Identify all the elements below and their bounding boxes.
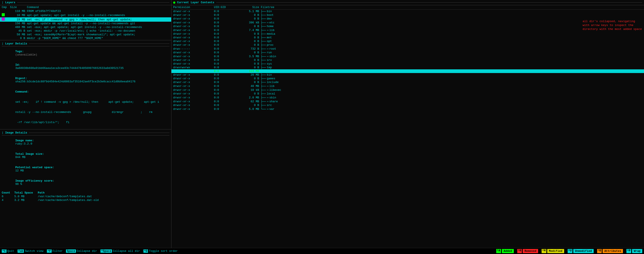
file-name-text: lib [269,84,274,88]
file-name-text: media [267,32,275,35]
file-uid: 0:0 [214,81,236,84]
status-label: Switch view [25,250,44,253]
file-name: ├── usr [261,70,642,73]
file-tree-row[interactable]: drwxr-xr-x0:00 B├── media [172,32,644,36]
file-uid: 0:0 [214,40,236,43]
layer-row[interactable]: 19 MBset -ex; if ! command -v gpg > /dev… [0,17,171,22]
right-panel-header: Current Layer Contents [172,0,644,5]
file-permission: drwxr-xr-x [173,73,212,76]
file-tree-row[interactable]: drwxr-xr-x0:00 B├── mnt [172,36,644,39]
file-tree-row[interactable]: drwx------0:0732 B├── ⇒ root [172,47,644,51]
col-size: Size [10,6,25,9]
file-uid: 0:0 [214,58,236,62]
file-name: ├── media [261,32,642,35]
file-tree-row[interactable]: drwxr-xr-x0:040 MB├── ⇒ lib [172,84,644,88]
file-permission: drwxrwxrwx [173,66,212,69]
layer-row[interactable]: 10 MBapt-get update; apt-get install -y … [0,13,171,17]
link-arrow-icon: ⇒ [267,55,268,58]
file-tree-row[interactable]: drwxr-xr-x0:00 B├── home [172,24,644,28]
tree-connector: ├── [261,73,266,76]
file-size: 123 MB [238,70,259,73]
file-name: ├── bin [261,10,642,13]
waste-space: 3.2 MB [14,199,36,202]
file-tree-row[interactable]: drwxr-xr-x0:00 B├── srv [172,58,644,62]
file-tree-row[interactable]: drwxr-xr-x0:00 B├── include [172,80,644,84]
col-cmp: Cmp [2,6,8,9]
status-bar: ^CQuitTabSwitch view^FFilterSpaceCollaps… [0,248,644,254]
file-name-text: sys [267,62,272,65]
file-tree-header: Permission UID:GID Size Filetree [172,5,644,9]
tree-connector: ├── [261,13,266,17]
status-badge-item[interactable]: ^UUnmodified [566,249,596,254]
file-permission: drwxr-xr-x [173,55,212,58]
file-tree-row[interactable]: drwxr-xr-x0:00 B├── local [172,92,644,96]
file-tree-row[interactable]: drwxr-xr-x0:00 B├── boot [172,13,644,17]
layer-row[interactable]: 0 Bmkdir -p "$GEM_HOME" && chmod 777 "$G… [0,36,171,40]
file-tree-row[interactable]: drwxr-xr-x0:00 B├── opt [172,39,644,43]
layer-row[interactable]: 150 MBapt-get update && apt-get install … [0,22,171,25]
status-item[interactable]: ^CQuit [0,249,16,253]
file-name-text: proc [267,43,274,47]
layer-size: 118 MB [10,9,25,13]
pipe-icon: | [2,1,4,4]
layer-row[interactable]: 118 MBFROM ef105b7f748df23 [0,9,171,13]
tree-connector: ├── [261,104,266,107]
status-badge-label: Added [502,249,514,253]
file-tree-row[interactable]: drwxr-xr-x0:010 kB├── ⇒ libexec [172,88,644,92]
status-badge-item[interactable]: ^BAttributes [596,249,625,254]
file-tree-row[interactable]: drwxr-xr-x0:062 MB├── ⇒ share [172,99,644,103]
file-name: ├── proc [261,43,642,47]
status-key: ^F [47,250,52,253]
file-tree-row[interactable]: drwxr-xr-x0:020 MB├── bin [172,73,644,77]
file-tree-row[interactable]: drwxr-xr-x0:0396 kB├── ⇒ etc [172,20,644,24]
status-badges: ^AAdded^RRemoved^MModified^UUnmodified^B… [494,249,644,254]
file-tree-row[interactable]: drwxr-xr-x0:0123 MB├── usr [172,69,644,73]
file-tree-row[interactable]: drwxr-xr-x0:00 B├── run [172,51,644,54]
status-label: Filter [52,250,63,253]
col-size: Size [238,6,259,9]
status-item[interactable]: TabSwitch view [16,249,45,253]
col-permission: Permission [173,6,212,9]
status-item[interactable]: ^SpaceCollapse all dir [99,249,142,253]
tree-connector: ├── [261,32,266,35]
file-tree-row[interactable]: drwxrwxrwx0:00 B├── tmp [172,66,644,69]
file-tree-row[interactable]: drwxr-xr-x0:00 B├── games [172,77,644,80]
file-name-text: var [269,107,274,111]
file-tree-row[interactable]: drwxr-xr-x0:07.4 MB├── ⇒ lib [172,28,644,32]
status-item[interactable]: ^OToggle sort order [142,249,180,253]
file-permission: drwxr-xr-x [173,58,212,62]
file-name-text: share [269,100,278,103]
file-name-text: games [267,77,275,80]
link-arrow-icon: ⇒ [267,47,268,50]
tree-connector: ├── [261,96,266,99]
file-tree-row[interactable]: drwxr-xr-x0:00 B├── sys [172,62,644,66]
file-uid: 0:0 [214,21,236,24]
status-badge-item[interactable]: ^RRemoved [516,249,540,254]
status-badge-key: ^U [568,249,572,253]
status-badge-item[interactable]: ^MModified [540,249,566,254]
file-name-text: etc [269,21,274,24]
status-item[interactable]: ^FFilter [45,249,64,253]
layer-size: 19 MB [10,18,25,21]
status-item[interactable]: SpaceCollapse dir [64,249,99,253]
status-badge-label: Removed [523,249,538,253]
layer-row[interactable]: 45 Bset -eux; mkdir -p /usr/local/etc; {… [0,29,171,33]
file-tree-row[interactable]: drwxr-xr-x0:00 B├── src [172,103,644,107]
file-tree-row[interactable]: drwxr-xr-x0:00 B├── proc [172,43,644,47]
status-badge-item[interactable]: ^PWrap [625,249,644,254]
file-tree-row[interactable]: drwxr-xr-x0:05.1 MB├── bin [172,9,644,13]
layer-row[interactable]: 58 MBset -eux; savedAptMark="$(apt-mark … [0,33,171,36]
tree-connector: ├── [261,66,266,69]
file-tree-row[interactable]: drwxr-xr-x0:00 B├── dev [172,17,644,20]
file-size: 0 B [238,58,259,62]
status-badge-label: Attributes [602,249,623,253]
layer-row[interactable]: 488 MBset -eux; apt-get update; apt-get … [0,25,171,29]
status-badge-item[interactable]: ^AAdded [494,249,516,254]
file-tree-row[interactable]: drwxr-xr-x0:05.0 MB└── ⇒ var [172,107,644,111]
file-size: 2.0 MB [238,96,259,99]
file-name: ├── ⇒ sbin [261,96,642,99]
file-tree-row[interactable]: drwxr-xr-x0:02.0 MB├── ⇒ sbin [172,96,644,99]
file-tree-rows: drwxr-xr-x0:05.1 MB├── bindrwxr-xr-x0:00… [172,9,644,111]
img-name-line: Image name: ruby:3.2.0 [2,135,170,149]
file-tree-row[interactable]: drwxr-xr-x0:03.5 MB├── ⇒ sbin [172,54,644,58]
